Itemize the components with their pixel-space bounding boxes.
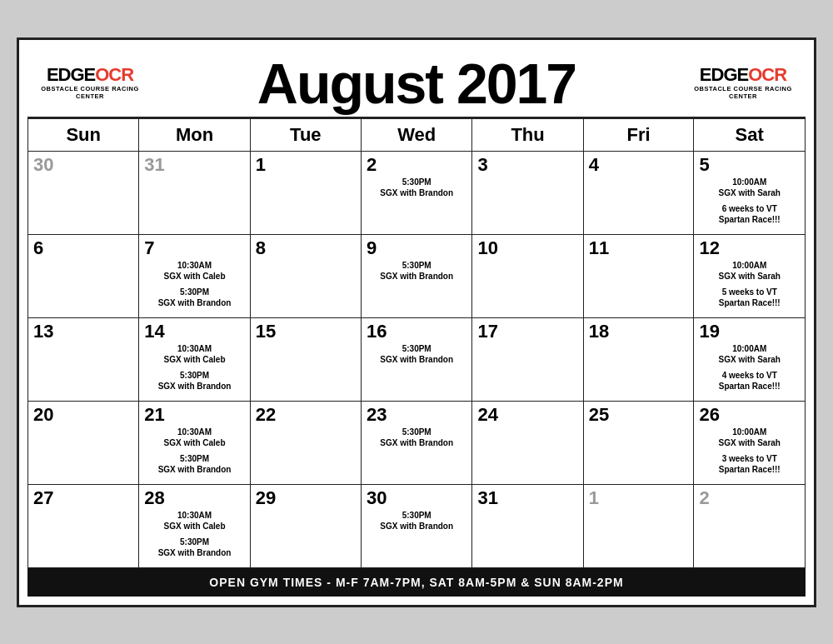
event-name: SGX with Brandon — [367, 521, 467, 532]
event-name: Spartan Race!!! — [699, 464, 800, 475]
event-block: 10:00AMSGX with Sarah5 weeks to VTSparta… — [699, 260, 800, 308]
event-time: 5 weeks to VT — [699, 287, 800, 297]
calendar-cell: 2810:30AMSGX with Caleb5:30PMSGX with Br… — [139, 484, 250, 567]
event-time: 10:00AM — [699, 427, 800, 437]
day-number: 26 — [699, 405, 800, 425]
calendar-cell: 18 — [583, 317, 694, 401]
calendar-cell: 29 — [250, 484, 361, 567]
logo-right-subtitle: OBSTACLE COURSE RACING CENTER — [689, 85, 797, 100]
event-time: 4 weeks to VT — [699, 370, 800, 381]
col-header-sat: Sat — [694, 118, 806, 151]
day-number: 11 — [589, 238, 689, 258]
day-number: 31 — [477, 488, 577, 508]
event-name: SGX with Caleb — [144, 437, 244, 448]
event-name: SGX with Brandon — [367, 354, 467, 365]
event-block: 10:00AMSGX with Sarah3 weeks to VTSparta… — [699, 427, 800, 475]
event-name: Spartan Race!!! — [699, 381, 800, 392]
event-block: 10:00AMSGX with Sarah4 weeks to VTSparta… — [699, 343, 800, 392]
event-block: 10:30AMSGX with Caleb5:30PMSGX with Bran… — [144, 343, 244, 392]
calendar-cell: 1410:30AMSGX with Caleb5:30PMSGX with Br… — [139, 317, 250, 401]
logo-right: EDGEOCR OBSTACLE COURSE RACING CENTER — [689, 66, 797, 100]
day-number: 6 — [33, 238, 133, 258]
calendar-table: SunMonTueWedThuFriSat 3031125:30PMSGX wi… — [27, 118, 806, 568]
event-time: 5:30PM — [144, 537, 244, 547]
week-row-4: 272810:30AMSGX with Caleb5:30PMSGX with … — [28, 484, 806, 567]
calendar-cell: 31 — [139, 151, 250, 234]
event-time: 10:30AM — [144, 343, 244, 354]
calendar-cell: 1 — [583, 484, 694, 567]
calendar-cell: 27 — [28, 484, 139, 567]
event-time: 10:30AM — [144, 427, 244, 437]
calendar-cell: 1210:00AMSGX with Sarah5 weeks to VTSpar… — [694, 234, 806, 317]
day-number: 2 — [367, 155, 467, 175]
calendar-cell: 6 — [28, 234, 139, 317]
event-time: 5:30PM — [367, 260, 467, 271]
event-name: SGX with Sarah — [699, 437, 800, 448]
day-number: 30 — [33, 155, 133, 175]
col-header-mon: Mon — [139, 118, 250, 151]
event-time: 10:00AM — [699, 343, 800, 354]
col-header-wed: Wed — [361, 118, 472, 151]
event-name: SGX with Caleb — [144, 354, 244, 365]
day-number: 21 — [144, 405, 244, 425]
calendar-cell: 13 — [28, 317, 139, 401]
event-time: 5:30PM — [144, 453, 244, 464]
event-time: 6 weeks to VT — [699, 203, 800, 214]
calendar-cell: 24 — [472, 401, 583, 484]
day-number: 7 — [144, 238, 244, 258]
col-header-fri: Fri — [583, 118, 694, 151]
event-name: SGX with Brandon — [144, 381, 244, 392]
day-number: 24 — [477, 405, 577, 425]
day-number: 12 — [699, 238, 800, 258]
logo-right-edge: EDGE — [700, 64, 748, 85]
event-time: 5:30PM — [367, 427, 467, 437]
event-time: 10:00AM — [699, 260, 800, 271]
event-time: 10:30AM — [144, 510, 244, 521]
day-number: 25 — [589, 405, 689, 425]
day-number: 1 — [256, 155, 356, 175]
logo-right-text: EDGEOCR — [700, 66, 786, 84]
event-time: 3 weeks to VT — [699, 453, 800, 464]
day-number: 4 — [589, 155, 689, 175]
event-time: 5:30PM — [367, 343, 467, 354]
event-name: Spartan Race!!! — [699, 214, 800, 225]
calendar-cell: 2110:30AMSGX with Caleb5:30PMSGX with Br… — [139, 401, 250, 484]
event-name: SGX with Brandon — [367, 187, 467, 198]
event-name: SGX with Caleb — [144, 521, 244, 532]
col-header-tue: Tue — [250, 118, 361, 151]
calendar-cell: 22 — [250, 401, 361, 484]
calendar-cell: 30 — [28, 151, 139, 234]
day-number: 18 — [589, 322, 689, 342]
col-header-thu: Thu — [472, 118, 583, 151]
day-number: 10 — [477, 238, 577, 258]
day-number: 2 — [699, 488, 800, 508]
calendar-cell: 1910:00AMSGX with Sarah4 weeks to VTSpar… — [694, 317, 806, 401]
event-name: Spartan Race!!! — [699, 297, 800, 308]
calendar-cell: 11 — [583, 234, 694, 317]
week-row-3: 202110:30AMSGX with Caleb5:30PMSGX with … — [28, 401, 806, 484]
week-row-2: 131410:30AMSGX with Caleb5:30PMSGX with … — [28, 317, 806, 401]
event-name: SGX with Sarah — [699, 271, 800, 282]
calendar-cell: 1 — [250, 151, 361, 234]
logo-left-ocr: OCR — [95, 64, 133, 85]
calendar-cell: 10 — [472, 234, 583, 317]
calendar-cell: 305:30PMSGX with Brandon — [361, 484, 472, 567]
event-block: 5:30PMSGX with Brandon — [367, 260, 467, 282]
calendar-cell: 25 — [583, 401, 694, 484]
calendar-cell: 15 — [250, 317, 361, 401]
day-number: 30 — [367, 488, 467, 508]
calendar-cell: 165:30PMSGX with Brandon — [361, 317, 472, 401]
month-title: August 2017 — [257, 55, 576, 112]
day-number: 20 — [33, 405, 133, 425]
day-number: 28 — [144, 488, 244, 508]
event-block: 10:30AMSGX with Caleb5:30PMSGX with Bran… — [144, 260, 244, 308]
event-name: SGX with Brandon — [367, 437, 467, 448]
day-number: 8 — [256, 238, 356, 258]
calendar-cell: 710:30AMSGX with Caleb5:30PMSGX with Bra… — [139, 234, 250, 317]
event-block: 5:30PMSGX with Brandon — [367, 177, 467, 198]
event-name: SGX with Sarah — [699, 354, 800, 365]
day-number: 1 — [589, 488, 689, 508]
calendar-header-row: SunMonTueWedThuFriSat — [28, 118, 806, 151]
event-time: 5:30PM — [144, 370, 244, 381]
day-number: 14 — [144, 322, 244, 342]
